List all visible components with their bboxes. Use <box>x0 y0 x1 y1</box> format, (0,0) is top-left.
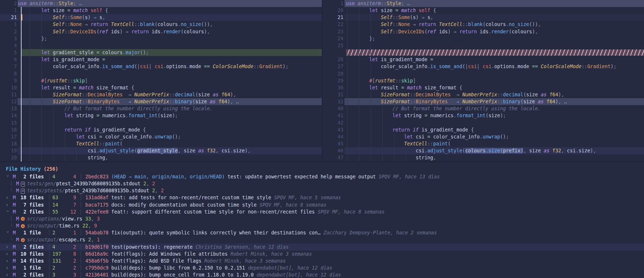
indent-spaces <box>346 8 369 13</box>
code-line[interactable]: 21 Self::Some(s) ⇒ s, <box>323 14 644 21</box>
chevron-right-icon[interactable]: › <box>5 201 10 208</box>
chevron-right-icon[interactable]: › <box>5 194 10 201</box>
code-line[interactable]: 14 let string = numerics.format_int(size… <box>0 112 322 119</box>
commit-row[interactable]: ›M7files│147│baca7175docs: modify docume… <box>0 201 644 208</box>
commit-row[interactable]: ›M1file│21│54abab78fix(output): quote sy… <box>0 229 644 236</box>
code-line[interactable]: 10 let result = match size_format { <box>0 84 322 91</box>
chevron-right-icon[interactable]: › <box>5 251 10 257</box>
code-line[interactable]: 2 Self::DeviceIDs(ref ids) ⇒ return ids.… <box>0 28 322 35</box>
code-line[interactable]: 6 let is_gradient_mode = <box>0 56 322 63</box>
syntax-token: . <box>515 64 518 69</box>
commit-file-row[interactable]: │Mtests/gen/ptest_2439b7d68089135b.stdou… <box>0 180 644 187</box>
code-line[interactable]: 47 string, <box>323 154 644 161</box>
line-number: 1 <box>0 7 17 14</box>
code-line[interactable]: 30 let result = match size_format { <box>323 84 644 91</box>
syntax-token: TextCell <box>439 22 462 27</box>
code-line[interactable]: 4 <box>0 42 322 49</box>
syntax-token: csi <box>88 148 97 153</box>
syntax-token: ids <box>152 29 160 34</box>
code-line[interactable]: 1 let size = match self { <box>0 7 322 14</box>
chevron-down-icon[interactable]: › <box>4 230 11 235</box>
files-count: 18 <box>15 194 26 201</box>
commit-subject: test: add tests for non-recent/recent cu… <box>111 195 271 200</box>
chevron-down-icon[interactable]: › <box>4 174 11 179</box>
syntax-token: SizeFormat <box>381 92 410 97</box>
code-line[interactable]: 29 #[rustfmt::skip] <box>323 77 644 84</box>
syntax-token: ) <box>448 29 454 34</box>
syntax-token: color_scale_info <box>53 64 99 69</box>
code-line[interactable]: 44 let csi = color_scale_info.unwrap(); <box>323 133 644 140</box>
code-line[interactable]: 22 Self::None ⇒ return TextCell::blank(c… <box>323 21 644 28</box>
syntax-token: ids <box>111 29 120 34</box>
line-number: 1 <box>323 0 343 7</box>
code-line[interactable]: 31 SizeFormat::DecimalBytes ⇒ NumberPref… <box>323 91 644 98</box>
syntax-token: csi <box>468 64 477 69</box>
commit-row[interactable]: ›M10files│1978│66d16a9cfeat(flags): Add … <box>0 251 644 257</box>
code-line[interactable]: 3 }; <box>0 35 322 42</box>
commit-row[interactable]: ›M2files│44│2bedc823(HEAD → main, origin… <box>0 173 644 180</box>
diff-pane-right[interactable]: 1use ansiterm::Style; …20 let size = mat… <box>323 0 644 162</box>
code-line[interactable]: 40 // But format the number directly usi… <box>323 105 644 112</box>
tree-connector: └ <box>10 187 13 194</box>
commit-file-row[interactable]: └Msrc/output/time.rs 22, 9 <box>0 222 644 229</box>
code-line[interactable]: 8 <box>0 70 322 77</box>
code-line[interactable]: 32 SizeFormat::BinaryBytes ⇒ NumberPrefi… <box>323 98 644 105</box>
code-line[interactable]: 19 csi.adjust_style(gradient_style, size… <box>0 147 322 154</box>
code-line[interactable]: 20 let size = match self { <box>323 7 644 14</box>
code-line[interactable]: 26 let is_gradient_mode = <box>323 56 644 63</box>
syntax-token: SizeFormat <box>53 99 82 104</box>
code-line[interactable]: 21 Self::Some(s) ⇒ s, <box>0 14 322 21</box>
code-line[interactable]: 7 color_scale_info.is_some_and(|csi| csi… <box>0 63 322 70</box>
code-line[interactable]: 17 let csi = color_scale_info.unwrap(); <box>0 133 322 140</box>
commit-row[interactable]: ›M14files│1312│458a6f5bfeat(flags): Add … <box>0 257 644 264</box>
diff-pane-left[interactable]: 2use ansiterm::Style; …1 let size = matc… <box>0 0 322 162</box>
syntax-token: if <box>85 127 94 133</box>
code-line[interactable]: 28 <box>323 70 644 77</box>
syntax-token: format_int <box>457 113 485 118</box>
code-line[interactable]: 25 <box>323 42 644 49</box>
code-line[interactable]: 2use ansiterm::Style; … <box>0 0 322 7</box>
code-text: let string = numerics.format_int(size); <box>18 112 178 119</box>
code-line[interactable]: 46 csi.adjust_style(colours.size(prefix)… <box>323 147 644 154</box>
commit-row[interactable]: ›M1file│22│c7950dc9build(deps): bump lib… <box>0 264 644 271</box>
code-line[interactable]: 15 <box>0 119 322 126</box>
commit-file-row[interactable]: │Msrc/options/view.rs 33, 3 <box>0 215 644 222</box>
code-line[interactable]: 43 return if is_gradient_mode { <box>323 126 644 133</box>
code-line[interactable]: 20 string, <box>0 154 322 161</box>
chevron-right-icon[interactable]: › <box>5 244 10 251</box>
syntax-token: if <box>413 127 422 133</box>
code-text: TextCell::paint( <box>346 140 451 147</box>
chevron-right-icon[interactable]: › <box>5 271 10 278</box>
code-line[interactable]: 11 SizeFormat::DecimalBytes ⇒ NumberPref… <box>0 91 322 98</box>
code-text: Self::None ⇒ return TextCell::blank(colo… <box>18 21 213 28</box>
chevron-right-icon[interactable]: › <box>5 257 10 264</box>
code-line[interactable]: 9 #[rustfmt::skip] <box>0 77 322 84</box>
code-line[interactable]: 41 let string = numerics.format_int(size… <box>323 112 644 119</box>
syntax-token: = <box>96 113 102 118</box>
commit-row[interactable]: ›M2files│5512│422efee0feat!: support dif… <box>0 208 644 215</box>
code-line[interactable]: 1 Self::None ⇒ return TextCell::blank(co… <box>0 21 322 28</box>
chevron-down-icon[interactable]: › <box>4 210 11 214</box>
code-line[interactable] <box>323 49 644 56</box>
code-line[interactable]: 12 SizeFormat::BinaryBytes ⇒ NumberPrefi… <box>0 98 322 105</box>
commit-row[interactable]: ›M2files│42│b19d61f0test(powertests): re… <box>0 244 644 251</box>
code-line[interactable]: 42 <box>323 119 644 126</box>
code-line[interactable]: 23 Self::DeviceIDs(ref ids) ⇒ return ids… <box>323 28 644 35</box>
code-line[interactable]: 27 color_scale_info.is_some_and(|csi| cs… <box>323 63 644 70</box>
code-line[interactable]: 18 TextCell::paint( <box>0 140 322 147</box>
code-line[interactable]: 13 // But format the number directly usi… <box>0 105 322 112</box>
syntax-token: ref <box>99 29 111 34</box>
code-line[interactable]: 45 TextCell::paint( <box>323 140 644 147</box>
indent-spaces <box>346 22 381 27</box>
code-line[interactable]: 16 return if is_gradient_mode { <box>0 126 322 133</box>
code-line[interactable]: 5 let gradient_style = colours.major(); <box>0 49 322 56</box>
syntax-token: :: <box>392 15 398 20</box>
syntax-token: , <box>433 155 436 160</box>
code-line[interactable]: 24 }; <box>323 35 644 42</box>
commit-file-row[interactable]: └Mtests/ptests/ptest_2439b7d68089135b.st… <box>0 187 644 194</box>
commit-file-row[interactable]: └Msrc/output/escape.rs 2, 1 <box>0 236 644 243</box>
chevron-right-icon[interactable]: › <box>5 264 10 271</box>
code-line[interactable]: 1use ansiterm::Style; … <box>323 0 644 7</box>
commit-row[interactable]: ›M18files│639│131ad8aftest: add tests fo… <box>0 194 644 201</box>
commit-row[interactable]: ›M2files│33│42136401build(deps): bump on… <box>0 271 644 278</box>
